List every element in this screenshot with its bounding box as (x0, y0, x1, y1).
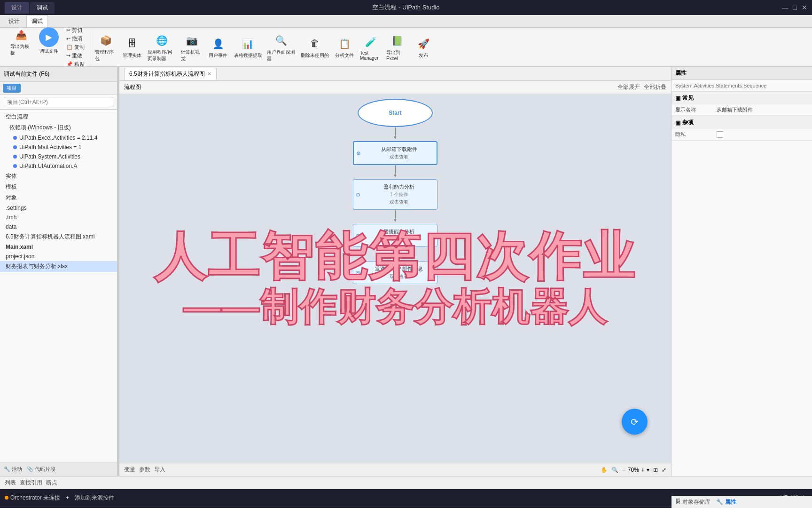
parameters-btn[interactable]: 参数 (139, 466, 150, 474)
fullscreen-btn[interactable]: ⤢ (662, 467, 666, 473)
explorer-icon: 🔍 (274, 33, 289, 48)
expand-all-btn[interactable]: 全部展开 (617, 83, 640, 91)
properties-header-label: 属性 (675, 69, 687, 77)
undo-button[interactable]: ↩撤消 (65, 35, 86, 43)
table-extraction-button[interactable]: 📊 表格数据提取 (233, 35, 263, 60)
maximize-btn[interactable]: □ (793, 4, 797, 11)
minimize-btn[interactable]: — (782, 4, 789, 11)
ui-automation-label: UiPath.UIAutomation.A (19, 163, 77, 169)
ribbon-tab-debug[interactable]: 调试 (26, 15, 48, 27)
manage-entities-button[interactable]: 🗄 管理实体 (120, 35, 144, 60)
start-node[interactable]: Start (358, 99, 433, 127)
objects-label: 对象 (6, 194, 17, 202)
blue-circle-button[interactable]: ⟳ (622, 409, 648, 435)
flow-arrow-1 (395, 127, 396, 136)
data-label: data (6, 223, 16, 230)
app-browser-button[interactable]: 🌐 应用程序/网页录制器 (147, 32, 177, 63)
mail-activities-item[interactable]: UiPath.Mail.Activities = 1 (0, 143, 117, 152)
remove-unused-button[interactable]: 🗑 删除未使用的 (299, 35, 330, 60)
xaml-item[interactable]: 6.5财务计算指标机器人流程图.xaml (0, 231, 117, 242)
prop-section-common: ▣ 常见 显示名称 从邮箱下载附件 (671, 92, 812, 116)
ui-automation-item[interactable]: UiPath.UIAutomation.A (0, 161, 117, 171)
export-excel-button[interactable]: 📗 导出到Excel (385, 32, 409, 62)
flow-node-profitability[interactable]: ⚙ 盈利能力分析 1 个操作 双击查看 (353, 179, 437, 210)
flow-node-download[interactable]: ⚙ 从邮箱下载附件 双击查看 (353, 141, 437, 165)
tmh-label: .tmh (6, 214, 16, 221)
display-name-value: 从邮箱下载附件 (717, 106, 808, 113)
excel-file-item[interactable]: 财务报表与财务分析.xlsx (0, 261, 117, 272)
entities-item[interactable]: 实体 (0, 171, 117, 182)
copy-button[interactable]: 📋复制 (65, 43, 86, 51)
dependencies-item[interactable]: 依赖项 (Windows - 旧版) (0, 122, 117, 133)
user-events-button[interactable]: 👤 用户事件 (206, 35, 230, 60)
system-activities-item[interactable]: UiPath.System.Activities (0, 152, 117, 161)
publish-button[interactable]: 🚀 发布 (412, 35, 435, 60)
bottom-tabs: 列表 查找引用 断点 (0, 476, 812, 489)
computer-vision-button[interactable]: 📷 计算机视觉 (180, 32, 203, 63)
test-manager-button[interactable]: 🧪 Test Manager (359, 33, 383, 62)
properties-tab[interactable]: 🔧 属性 (716, 498, 736, 506)
zoom-dropdown-icon[interactable]: ▾ (647, 467, 649, 473)
main-xaml-item[interactable]: Main.xaml (0, 242, 117, 252)
properties-type-label: System.Activities.Statements.Sequence (671, 80, 812, 92)
canvas-header: 6.5财务计算指标机器人流程图 ✕ (119, 67, 671, 81)
data-item[interactable]: data (0, 222, 117, 231)
tmh-item[interactable]: .tmh (0, 213, 117, 222)
dot-icon (13, 155, 17, 159)
node-subtitle: 双击查看 (367, 154, 431, 160)
flow-node-solvency[interactable]: ⚙ 偿债能力分析 双击查看 (353, 224, 437, 247)
close-btn[interactable]: ✕ (802, 4, 807, 11)
search-tool[interactable]: 🔍 (611, 467, 618, 473)
redo-button[interactable]: ↪重做 (65, 52, 86, 60)
node-subtitle-2: 双击查看 (367, 199, 431, 206)
activities-btn[interactable]: 🔧 活动 (4, 466, 22, 473)
ribbon: 设计 调试 📤 导出为模板 ▶ 调试文件 ✂剪切 ↩撤消 📋复制 ↪重做 (0, 15, 812, 67)
project-json-item[interactable]: project.json (0, 252, 117, 261)
imports-btn[interactable]: 导入 (154, 466, 165, 474)
node-icon-4: ✉ (356, 270, 360, 276)
privacy-checkbox[interactable] (717, 131, 723, 138)
zoom-out-btn[interactable]: − (622, 466, 626, 474)
right-panel: 属性 System.Activities.Statements.Sequence… (671, 67, 812, 476)
canvas-tab-close-icon[interactable]: ✕ (207, 71, 211, 77)
analyze-file-button[interactable]: 📋 分析文件 (333, 35, 356, 60)
fit-screen-btn[interactable]: ⊞ (653, 467, 658, 473)
common-section-header[interactable]: ▣ 常见 (671, 92, 812, 104)
export-template-button[interactable]: 📤 导出为模板 (9, 26, 33, 57)
expand-icon: ▣ (675, 95, 680, 102)
flow-node-smtp[interactable]: ✉ 发送 SMTP 邮件消息 双击查看 (353, 261, 437, 284)
ui-explorer-button[interactable]: 🔍 用户界面探测器 (266, 32, 297, 63)
ribbon-tab-design[interactable]: 设计 (4, 16, 24, 27)
project-json-label: project.json (6, 253, 34, 260)
snippets-btn[interactable]: 📎 代码片段 (27, 466, 55, 473)
zoom-in-btn[interactable]: + (641, 466, 645, 474)
list-tab[interactable]: 列表 (5, 479, 16, 487)
excel-activities-item[interactable]: UiPath.Excel.Activities = 2.11.4 (0, 133, 117, 143)
collapse-all-btn[interactable]: 全部折叠 (644, 83, 666, 91)
variables-btn[interactable]: 变量 (124, 466, 135, 474)
objects-item[interactable]: 对象 (0, 192, 117, 203)
tab-design[interactable]: 设计 (5, 2, 29, 14)
tab-debug[interactable]: 调试 (30, 2, 55, 14)
remove-icon: 🗑 (307, 36, 322, 51)
analyze-icon: 📋 (337, 36, 352, 51)
project-search-input[interactable] (4, 97, 113, 107)
misc-section-header[interactable]: ▣ 杂项 (671, 116, 812, 129)
hand-tool[interactable]: ✋ (601, 467, 608, 473)
canvas-tab-active[interactable]: 6.5财务计算指标机器人流程图 ✕ (124, 68, 217, 80)
project-tab[interactable]: 项目 (3, 84, 21, 93)
find-reference-tab[interactable]: 查找引用 (20, 479, 42, 487)
debug-file-button[interactable]: ▶ 调试文件 (35, 26, 63, 56)
mail-activities-label: UiPath.Mail.Activities = 1 (19, 144, 81, 151)
events-icon: 👤 (211, 36, 226, 51)
remove-unused-label: 删除未使用的 (301, 52, 329, 59)
templates-item[interactable]: 模板 (0, 182, 117, 192)
project-name-item[interactable]: 空白流程 (0, 111, 117, 122)
settings-item[interactable]: .settings (0, 203, 117, 213)
cut-button[interactable]: ✂剪切 (65, 26, 86, 34)
breakpoints-tab[interactable]: 断点 (46, 479, 57, 487)
object-store-tab[interactable]: 🗄 对象存储库 (675, 498, 710, 506)
manage-packages-button[interactable]: 📦 管理程序包 (94, 32, 117, 63)
status-item-1: Orchestrator 未连接 (5, 494, 60, 502)
system-activities-label: UiPath.System.Activities (19, 153, 80, 160)
